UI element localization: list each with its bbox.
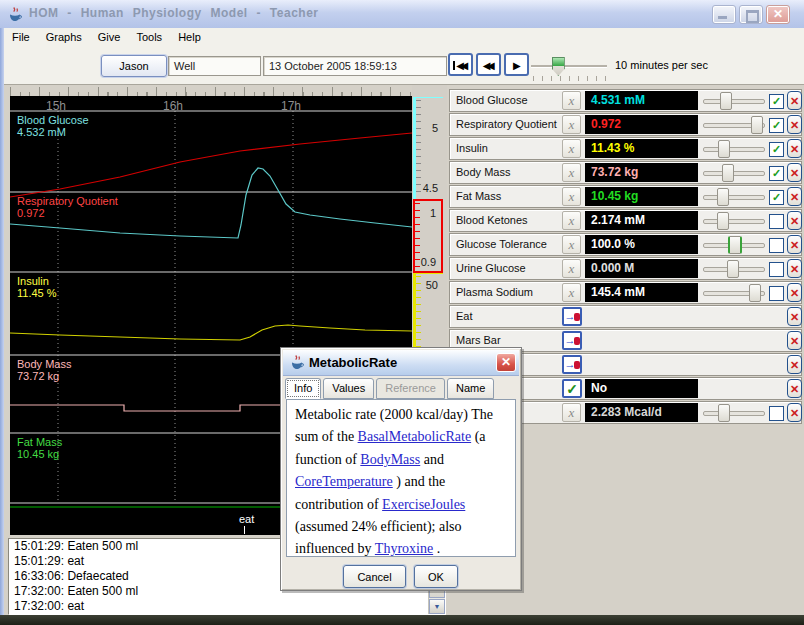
play-button[interactable]: ▶	[504, 53, 529, 76]
row-slider[interactable]	[702, 187, 766, 206]
plot-checkbox[interactable]: ✓	[769, 190, 784, 205]
menu-tools[interactable]: Tools	[128, 28, 170, 47]
formula-button[interactable]: x	[562, 259, 581, 278]
scale-label: 5	[432, 122, 438, 134]
link-coretemperature[interactable]: CoreTemperature	[295, 474, 393, 489]
tab-info[interactable]: Info	[285, 378, 321, 399]
remove-button[interactable]: ✕	[787, 307, 802, 326]
remove-button[interactable]: ✕	[787, 283, 802, 302]
formula-button[interactable]: x	[562, 139, 581, 158]
remove-button[interactable]: ✕	[787, 379, 802, 398]
formula-button[interactable]: x	[562, 403, 581, 422]
remove-button[interactable]: ✕	[787, 115, 802, 134]
confirm-button[interactable]: ✓	[562, 379, 582, 398]
row-slider[interactable]	[702, 139, 766, 158]
link-exercisejoules[interactable]: ExerciseJoules	[382, 497, 465, 512]
row-slider[interactable]	[702, 403, 766, 422]
formula-button[interactable]: x	[562, 235, 581, 254]
plot-checkbox[interactable]: ✓	[769, 142, 784, 157]
formula-button[interactable]: x	[562, 187, 581, 206]
remove-button[interactable]: ✕	[787, 139, 802, 158]
patient-button[interactable]: Jason	[101, 55, 167, 77]
give-button[interactable]: →	[562, 355, 582, 374]
remove-button[interactable]: ✕	[787, 403, 802, 422]
ruler-major-ticks	[10, 87, 412, 96]
plot-checkbox[interactable]: ✓	[769, 166, 784, 181]
slider-thumb[interactable]	[720, 92, 732, 110]
play-icon: ▶	[513, 60, 517, 71]
row-slider[interactable]	[702, 259, 766, 278]
row-slider[interactable]	[702, 115, 766, 134]
row-label: Urine Glucose	[456, 258, 526, 279]
scale-label: 4.5	[423, 182, 438, 194]
datetime-field[interactable]: 13 October 2005 18:59:13	[263, 56, 447, 76]
scroll-down-button[interactable]: ▼	[429, 599, 445, 614]
slider-thumb[interactable]	[717, 188, 729, 206]
rewind-button[interactable]: ◀◀	[476, 53, 501, 76]
slider-thumb[interactable]	[751, 116, 763, 134]
plot-checkbox[interactable]	[769, 262, 784, 277]
cancel-button[interactable]: Cancel	[343, 565, 406, 588]
row-slider[interactable]	[702, 211, 766, 230]
remove-button[interactable]: ✕	[787, 259, 802, 278]
menu-file[interactable]: File	[4, 28, 38, 47]
slider-thumb[interactable]	[718, 140, 730, 158]
health-state-field[interactable]: Well	[168, 56, 261, 76]
link-basalmetabolicrate[interactable]: BasalMetabolicRate	[358, 429, 472, 444]
value-display: 11.43 %	[585, 139, 698, 158]
link-thyroxine[interactable]: Thyroxine	[375, 541, 433, 556]
speed-slider-thumb[interactable]	[552, 57, 565, 76]
row-slider[interactable]	[702, 283, 766, 302]
slider-thumb[interactable]	[718, 404, 730, 422]
plot-checkbox[interactable]	[769, 286, 784, 301]
menu-help[interactable]: Help	[170, 28, 209, 47]
formula-button[interactable]: x	[562, 91, 581, 110]
minimize-button[interactable]	[712, 5, 736, 24]
remove-button[interactable]: ✕	[787, 91, 802, 110]
remove-button[interactable]: ✕	[787, 355, 802, 374]
ok-button[interactable]: OK	[414, 565, 458, 588]
info-text: and	[420, 452, 444, 467]
scale-box-1[interactable]: 10.9	[413, 199, 443, 273]
dialog-close-button[interactable]: ✕	[496, 353, 516, 372]
formula-button[interactable]: x	[562, 115, 581, 134]
slider-thumb[interactable]	[749, 284, 761, 302]
plot-checkbox[interactable]	[769, 406, 784, 421]
tab-name[interactable]: Name	[447, 378, 494, 399]
skip-to-start-icon: ◀◀	[456, 60, 464, 71]
plot-checkbox[interactable]	[769, 214, 784, 229]
row-slider[interactable]	[702, 235, 766, 254]
row-label: Fat Mass	[456, 186, 501, 207]
slider-thumb[interactable]	[717, 212, 729, 230]
skip-to-start-button[interactable]: ◀◀	[448, 53, 473, 76]
give-button[interactable]: →	[562, 307, 582, 326]
slider-thumb[interactable]	[722, 164, 734, 182]
remove-button[interactable]: ✕	[787, 235, 802, 254]
scale-box-0[interactable]: 54.5	[413, 97, 443, 199]
slider-thumb[interactable]	[728, 236, 742, 254]
tab-reference[interactable]: Reference	[376, 378, 445, 399]
formula-button[interactable]: x	[562, 211, 581, 230]
speed-slider[interactable]	[531, 57, 607, 77]
remove-button[interactable]: ✕	[787, 211, 802, 230]
formula-button[interactable]: x	[562, 283, 581, 302]
menu-give[interactable]: Give	[90, 28, 129, 47]
plot-checkbox[interactable]: ✓	[769, 94, 784, 109]
close-button[interactable]: ✕	[766, 5, 790, 24]
remove-button[interactable]: ✕	[787, 163, 802, 182]
plot-checkbox[interactable]: ✓	[769, 118, 784, 133]
row-slider[interactable]	[702, 163, 766, 182]
slider-thumb[interactable]	[727, 260, 739, 278]
remove-button[interactable]: ✕	[787, 187, 802, 206]
link-bodymass[interactable]: BodyMass	[360, 452, 420, 467]
title-bar: HOM - Human Physiology Model - Teacher ✕	[0, 0, 804, 29]
menu-graphs[interactable]: Graphs	[38, 28, 90, 47]
give-button[interactable]: →	[562, 331, 582, 350]
maximize-button[interactable]	[739, 5, 763, 24]
plot-checkbox[interactable]	[769, 238, 784, 253]
remove-button[interactable]: ✕	[787, 331, 802, 350]
formula-button[interactable]: x	[562, 163, 581, 182]
trace-insulin	[10, 325, 412, 340]
row-slider[interactable]	[702, 91, 766, 110]
tab-values[interactable]: Values	[323, 378, 374, 399]
